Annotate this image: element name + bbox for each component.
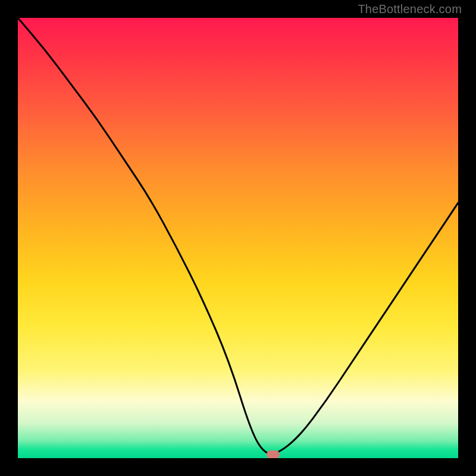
- curve-svg: [18, 18, 458, 458]
- optimal-point-marker: [267, 450, 280, 458]
- plot-area: [18, 18, 458, 458]
- bottleneck-curve: [18, 18, 458, 454]
- watermark-text: TheBottleneck.com: [358, 2, 462, 16]
- chart-frame: TheBottleneck.com: [0, 0, 476, 476]
